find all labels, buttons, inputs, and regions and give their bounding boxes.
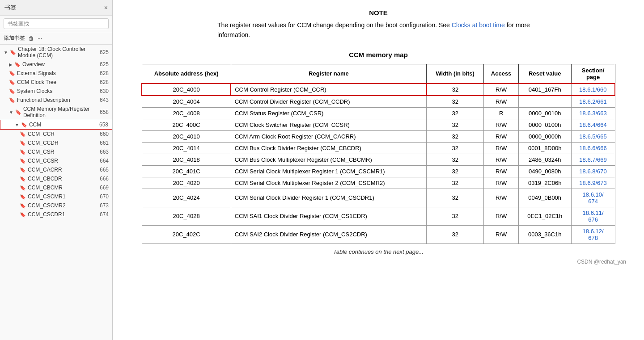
nav-item-label: CCM	[29, 122, 41, 128]
table-cell-name: CCM Control Divider Register (CCM_CCDR)	[231, 96, 426, 108]
table-cell-name: CCM Clock Switcher Register (CCM_CCSR)	[231, 119, 426, 130]
nav-item-page: 628	[100, 70, 109, 76]
sidebar-item-ccm-memory-map[interactable]: ▼🔖CCM Memory Map/Register Definition658	[0, 105, 112, 120]
nav-item-label: CCM Clock Tree	[17, 79, 56, 85]
table-cell-name: CCM Bus Clock Divider Register (CCM_CBCD…	[231, 142, 426, 154]
bookmark-icon: 🔖	[9, 80, 15, 85]
table-cell-width: 32	[427, 177, 484, 189]
nav-item-label: Overview	[22, 61, 45, 67]
table-cell-access: R/W	[484, 96, 519, 108]
sidebar-item-external-signals[interactable]: 🔖External Signals628	[0, 69, 112, 78]
table-cell-address: 20C_4008	[142, 107, 231, 119]
table-header-cell: Section/ page	[571, 64, 615, 84]
table-header-cell: Width (in bits)	[427, 64, 484, 84]
sidebar-item-functional-desc[interactable]: 🔖Functional Description643	[0, 96, 112, 105]
bookmark-icon: 🔖	[20, 158, 26, 164]
table-cell-section[interactable]: 18.6.2/661	[571, 96, 615, 108]
search-input[interactable]	[4, 18, 109, 29]
sidebar-search-container	[0, 16, 112, 32]
memory-map-table: Absolute address (hex)Register nameWidth…	[141, 64, 615, 244]
sidebar-item-ccm-cbcmr[interactable]: 🔖CCM_CBCMR669	[0, 183, 112, 192]
table-cell-width: 32	[427, 96, 484, 108]
table-cell-width: 32	[427, 225, 484, 243]
sidebar-item-ccm-cscmr1[interactable]: 🔖CCM_CSCMR1670	[0, 192, 112, 201]
table-row: 20C_4000CCM Control Register (CCM_CCR)32…	[142, 84, 615, 96]
nav-item-page: 625	[100, 61, 109, 67]
table-row: 20C_400CCCM Clock Switcher Register (CCM…	[142, 119, 615, 130]
nav-item-page: 669	[100, 185, 109, 191]
add-bookmark-button[interactable]: 添加书签	[4, 34, 25, 42]
table-row: 20C_4010CCM Arm Clock Root Register (CCM…	[142, 130, 615, 142]
close-icon[interactable]: ×	[104, 4, 108, 11]
sidebar-item-ccm-csr[interactable]: 🔖CCM_CSR663	[0, 147, 112, 156]
sidebar-item-ccm-cbcdr[interactable]: 🔖CCM_CBCDR666	[0, 174, 112, 183]
sidebar-item-system-clocks[interactable]: 🔖System Clocks630	[0, 87, 112, 96]
table-cell-section[interactable]: 18.6.8/670	[571, 165, 615, 177]
table-cell-reset: 0001_8D00h	[518, 142, 571, 154]
table-header-cell: Reset value	[518, 64, 571, 84]
table-cell-width: 32	[427, 107, 484, 119]
arrow-icon: ▼	[15, 122, 19, 127]
table-cell-section[interactable]: 18.6.5/665	[571, 130, 615, 142]
table-cell-access: R/W	[484, 207, 519, 225]
table-cell-width: 32	[427, 165, 484, 177]
sidebar-item-ccm-cscdr1[interactable]: 🔖CCM_CSCDR1674	[0, 210, 112, 219]
bookmark-icon: 🔖	[15, 109, 21, 115]
clocks-at-boot-link[interactable]: Clocks at boot time	[452, 21, 505, 29]
table-cell-section[interactable]: 18.6.9/673	[571, 177, 615, 189]
table-cell-section[interactable]: 18.6.7/669	[571, 154, 615, 165]
table-row: 20C_4008CCM Status Register (CCM_CSR)32R…	[142, 107, 615, 119]
table-cell-name: CCM Control Register (CCM_CCR)	[231, 84, 426, 96]
sidebar-item-ccm[interactable]: ▼🔖CCM658	[0, 120, 112, 130]
table-cell-section[interactable]: 18.6.3/663	[571, 107, 615, 119]
table-cell-name: CCM Serial Clock Multiplexer Register 1 …	[231, 165, 426, 177]
table-cell-access: R/W	[484, 177, 519, 189]
delete-bookmark-button[interactable]: 🗑	[29, 35, 34, 42]
table-cell-reset: 0003_36C1h	[518, 225, 571, 243]
table-cell-reset: 0490_0080h	[518, 165, 571, 177]
table-cell-section[interactable]: 18.6.1/660	[571, 84, 615, 96]
table-cell-section[interactable]: 18.6.6/666	[571, 142, 615, 154]
sidebar-item-overview[interactable]: ▶🔖Overview625	[0, 60, 112, 69]
sidebar-item-ccm-ccsr[interactable]: 🔖CCM_CCSR664	[0, 156, 112, 165]
arrow-icon: ▶	[9, 62, 13, 67]
nav-item-page: 625	[100, 49, 109, 55]
nav-item-label: External Signals	[17, 70, 56, 76]
sidebar-item-ccm-clock-tree[interactable]: 🔖CCM Clock Tree628	[0, 78, 112, 87]
more-options-button[interactable]: ···	[38, 35, 42, 42]
sidebar-item-ccm-ccr[interactable]: 🔖CCM_CCR660	[0, 130, 112, 139]
table-row: 20C_4020CCM Serial Clock Multiplexer Reg…	[142, 177, 615, 189]
nav-item-label: Chapter 18: Clock Controller Module (CCM…	[18, 46, 100, 59]
table-cell-section[interactable]: 18.6.4/664	[571, 119, 615, 130]
table-cell-access: R/W	[484, 189, 519, 207]
sidebar-item-ccm-cscmr2[interactable]: 🔖CCM_CSCMR2673	[0, 201, 112, 210]
bookmark-icon: 🔖	[10, 50, 16, 55]
table-cell-section[interactable]: 18.6.10/ 674	[571, 189, 615, 207]
table-cell-address: 20C_4010	[142, 130, 231, 142]
note-box: NOTE The register reset values for CCM c…	[217, 9, 539, 40]
table-cell-address: 20C_4004	[142, 96, 231, 108]
table-cell-address: 20C_4018	[142, 154, 231, 165]
sidebar-item-chapter18[interactable]: ▼🔖Chapter 18: Clock Controller Module (C…	[0, 45, 112, 60]
table-row: 20C_401CCCM Serial Clock Multiplexer Reg…	[142, 165, 615, 177]
nav-item-label: CCM_CCSR	[28, 158, 58, 164]
table-cell-access: R/W	[484, 130, 519, 142]
table-row: 20C_4018CCM Bus Clock Multiplexer Regist…	[142, 154, 615, 165]
table-row: 20C_402CCCM SAI2 Clock Divider Register …	[142, 225, 615, 243]
nav-item-page: 658	[100, 109, 109, 115]
bookmark-icon: 🔖	[14, 62, 21, 67]
table-row: 20C_4014CCM Bus Clock Divider Register (…	[142, 142, 615, 154]
bookmark-icon: 🔖	[20, 203, 26, 209]
table-header-cell: Access	[484, 64, 519, 84]
nav-item-label: Functional Description	[17, 97, 70, 103]
table-header-cell: Absolute address (hex)	[142, 64, 231, 84]
bookmark-icon: 🔖	[20, 131, 26, 137]
bookmark-icon: 🔖	[20, 149, 26, 155]
table-cell-section[interactable]: 18.6.11/ 676	[571, 207, 615, 225]
table-cell-width: 32	[427, 84, 484, 96]
sidebar-item-ccm-cacrr[interactable]: 🔖CCM_CACRR665	[0, 165, 112, 174]
sidebar-item-ccm-ccdr[interactable]: 🔖CCM_CCDR661	[0, 139, 112, 147]
nav-item-label: CCM_CSCDR1	[28, 211, 65, 218]
nav-item-label: CCM_CBCMR	[28, 185, 63, 191]
table-cell-section[interactable]: 18.6.12/ 678	[571, 225, 615, 243]
